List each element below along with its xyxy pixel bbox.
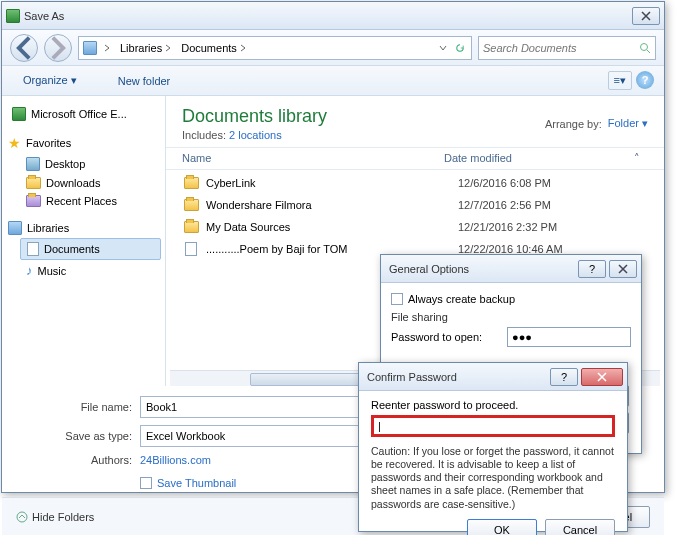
cancel-button[interactable]: Cancel [545,519,615,535]
refresh-button[interactable] [453,42,467,54]
folder-icon [184,221,199,233]
file-icon [185,242,197,256]
folder-icon [184,177,199,189]
authors-link[interactable]: 24Billions.com [140,454,211,466]
filename-label: File name: [32,401,132,413]
breadcrumb-item[interactable]: Libraries [117,40,175,56]
sidebar-libraries-header[interactable]: Libraries [6,218,161,238]
arrange-by-button[interactable]: Folder ▾ [608,117,648,130]
back-button[interactable] [10,34,38,62]
password-open-field[interactable]: ●●● [507,327,631,347]
close-button[interactable] [581,368,623,386]
titlebar[interactable]: Confirm Password ? [359,363,627,391]
sidebar-item-downloads[interactable]: Downloads [6,174,161,192]
authors-label: Authors: [32,454,132,466]
library-icon [83,41,97,55]
checkbox-icon [140,477,152,489]
caution-text: Caution: If you lose or forget the passw… [371,445,615,511]
nav-row: Libraries Documents [2,30,664,66]
close-button[interactable] [609,260,637,278]
checkbox-icon [391,293,403,305]
new-folder-button[interactable]: New folder [108,72,181,90]
col-date[interactable]: Date modified [444,152,634,165]
savetype-label: Save as type: [32,430,132,442]
sidebar-favorites-header[interactable]: ★Favorites [6,132,161,154]
help-button[interactable]: ? [550,368,578,386]
list-item[interactable]: My Data Sources12/21/2016 2:32 PM [176,216,654,238]
breadcrumb-bar[interactable]: Libraries Documents [78,36,472,60]
search-input[interactable] [483,42,635,54]
breadcrumb-sep[interactable] [100,42,114,54]
file-sharing-label: File sharing [391,311,631,323]
folder-icon [26,177,41,189]
library-header: Documents library Includes: 2 locations … [166,96,664,148]
view-button[interactable]: ≡▾ [608,71,632,90]
library-icon [8,221,22,235]
ok-button[interactable]: OK [467,519,537,535]
always-backup-checkbox[interactable]: Always create backup [391,291,631,307]
sidebar-item-recent[interactable]: Recent Places [6,192,161,210]
includes-link[interactable]: 2 locations [229,129,282,141]
excel-icon [6,9,20,23]
titlebar[interactable]: Save As [2,2,664,30]
list-item[interactable]: CyberLink12/6/2016 6:08 PM [176,172,654,194]
hide-folders-button[interactable]: Hide Folders [16,511,94,523]
close-button[interactable] [632,7,660,25]
sidebar-item-music[interactable]: ♪Music [6,260,161,281]
forward-button[interactable] [44,34,72,62]
list-item[interactable]: Wondershare Filmora12/7/2016 2:56 PM [176,194,654,216]
window-title: Confirm Password [363,371,547,383]
help-button[interactable]: ? [578,260,606,278]
confirm-password-dialog: Confirm Password ? Reenter password to p… [358,362,628,532]
organize-button[interactable]: Organize ▾ [12,70,88,91]
sidebar: Microsoft Office E... ★Favorites Desktop… [2,96,166,386]
password-open-label: Password to open: [391,331,501,343]
sidebar-ms-office[interactable]: Microsoft Office E... [6,104,161,124]
arrange-by: Arrange by: Folder ▾ [545,106,648,141]
sidebar-item-documents[interactable]: Documents [20,238,161,260]
col-scroll-up[interactable]: ˄ [634,152,648,165]
reenter-label: Reenter password to proceed. [371,399,615,411]
svg-point-1 [17,512,27,522]
column-headers[interactable]: Name Date modified ˄ [166,148,664,170]
star-icon: ★ [8,135,21,151]
search-icon [639,42,651,54]
window-title: Save As [20,10,629,22]
sidebar-item-desktop[interactable]: Desktop [6,154,161,174]
desktop-icon [26,157,40,171]
folder-icon [184,199,199,211]
col-name[interactable]: Name [182,152,444,165]
breadcrumb-item[interactable]: Documents [178,40,250,56]
svg-point-0 [641,43,648,50]
help-icon[interactable]: ? [636,71,654,89]
toolbar: Organize ▾ New folder ≡▾ ? [2,66,664,96]
recent-icon [26,195,41,207]
search-box[interactable] [478,36,656,60]
window-title: General Options [385,263,575,275]
library-title: Documents library [182,106,327,127]
excel-icon [12,107,26,121]
music-icon: ♪ [26,263,33,278]
documents-icon [27,242,39,256]
breadcrumb-dropdown[interactable] [436,42,450,54]
confirm-password-field[interactable]: | [371,415,615,437]
titlebar[interactable]: General Options ? [381,255,641,283]
